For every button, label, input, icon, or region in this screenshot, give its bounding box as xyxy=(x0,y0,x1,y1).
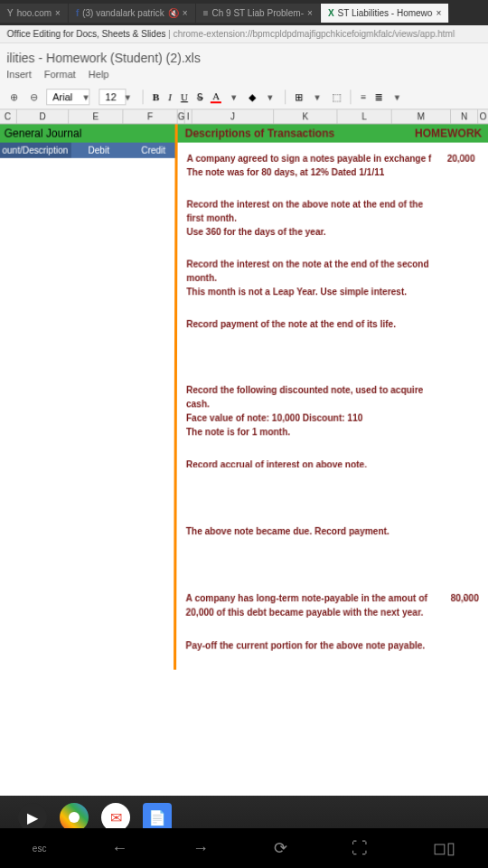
browser-tab[interactable]: f (3) vandalark patrick 🔇 × xyxy=(69,3,195,22)
transaction-line: Record the following discounted note, us… xyxy=(186,383,483,411)
close-icon[interactable]: × xyxy=(436,7,441,17)
transaction-text: Use 360 for the days of the year. xyxy=(186,225,436,239)
transaction-line: The note was for 80 days, at 12% Dated 1… xyxy=(187,165,481,179)
esc-key[interactable]: esc xyxy=(33,844,47,854)
tab-favicon: Y xyxy=(7,7,14,17)
strikethrough-button[interactable]: S̶ xyxy=(195,91,205,103)
column-header[interactable]: L xyxy=(337,109,391,123)
toolbar: ⊕ ⊖ Arial ▾ 12 ▾ B I U S̶ A ▾ ◆ ▾ ⊞ ▾ ⬚ … xyxy=(0,85,488,109)
tab-favicon: f xyxy=(76,7,79,17)
column-header[interactable]: E xyxy=(69,109,123,123)
menu-format[interactable]: Format xyxy=(44,69,76,80)
transaction-amount xyxy=(436,410,483,424)
transaction-amount xyxy=(437,524,483,539)
transaction-amount xyxy=(436,425,483,439)
transaction-amount xyxy=(436,197,482,224)
transaction-text: Record the interest on the note at the e… xyxy=(186,257,436,285)
transaction-block: Record the following discounted note, us… xyxy=(177,377,488,451)
tab-label: hoo.com xyxy=(17,7,52,17)
transaction-block: The above note became due. Record paymen… xyxy=(176,518,488,585)
chevron-down-icon[interactable]: ▾ xyxy=(227,90,241,104)
column-header[interactable]: C xyxy=(0,109,17,123)
journal-body[interactable] xyxy=(0,158,178,670)
extension-title: Office Editing for Docs, Sheets & Slides xyxy=(7,29,166,39)
column-header[interactable]: G xyxy=(178,109,185,123)
column-header[interactable]: M xyxy=(392,109,451,123)
transaction-amount xyxy=(435,165,480,179)
bold-button[interactable]: B xyxy=(151,91,161,102)
refresh-button[interactable]: ⟳ xyxy=(274,838,287,858)
journal-subheader: ount/Description Debit Credit xyxy=(0,143,178,158)
chevron-down-icon[interactable]: ▾ xyxy=(263,90,277,104)
chevron-down-icon[interactable]: ▾ xyxy=(310,90,324,104)
transaction-line: Record the interest on the above note at… xyxy=(186,197,481,224)
italic-button[interactable]: I xyxy=(166,91,174,102)
back-button[interactable]: ← xyxy=(111,839,127,858)
transactions-body[interactable]: A company agreed to sign a notes payable… xyxy=(176,143,488,670)
transaction-line: A company agreed to sign a notes payable… xyxy=(187,152,481,165)
transaction-block: A company has long-term note-payable in … xyxy=(176,585,488,632)
menu-help[interactable]: Help xyxy=(89,69,109,80)
chevron-down-icon[interactable]: ▾ xyxy=(79,90,93,104)
menu-bar: Insert Format Help xyxy=(0,67,488,85)
column-header[interactable]: O xyxy=(478,109,488,123)
transaction-line: A company has long-term note-payable in … xyxy=(186,591,485,606)
borders-button[interactable]: ⊞ xyxy=(293,91,305,103)
forward-button[interactable]: → xyxy=(192,839,209,858)
close-icon[interactable]: × xyxy=(307,7,313,17)
column-header[interactable]: F xyxy=(123,109,177,123)
chevron-down-icon[interactable]: ▾ xyxy=(121,90,136,104)
column-header[interactable]: J xyxy=(192,109,274,123)
browser-tab-bar: Y hoo.com × f (3) vandalark patrick 🔇 × … xyxy=(0,0,488,25)
transactions-title: Descriptions of Transactions xyxy=(185,127,335,139)
tab-favicon: ≡ xyxy=(203,7,209,17)
transaction-line: The above note became due. Record paymen… xyxy=(186,524,484,539)
column-header[interactable]: I xyxy=(185,109,192,123)
transaction-text: Record the following discounted note, us… xyxy=(186,383,436,411)
transaction-text: Record the interest on the above note at… xyxy=(186,197,435,224)
menu-insert[interactable]: Insert xyxy=(6,69,32,80)
separator xyxy=(143,90,144,104)
transaction-text: Pay-off the current portion for the abov… xyxy=(185,638,438,653)
browser-tab-active[interactable]: X ST Liabilities - Homewo × xyxy=(321,3,449,22)
transaction-amount: 20,000 xyxy=(435,152,480,165)
transactions-header: Descriptions of Transactions HOMEWORK xyxy=(178,124,488,142)
col-description: ount/Description xyxy=(0,143,71,158)
fullscreen-button[interactable]: ⛶ xyxy=(352,839,368,858)
column-header[interactable]: N xyxy=(451,109,478,123)
column-header[interactable]: D xyxy=(17,109,69,123)
browser-tab[interactable]: ≡ Ch 9 ST Liab Problem- × xyxy=(196,3,320,22)
transaction-text: A company has long-term note-payable in … xyxy=(186,591,438,606)
zoom-in-icon[interactable]: ⊕ xyxy=(6,90,21,104)
transaction-line: Pay-off the current portion for the abov… xyxy=(185,638,484,653)
align-button[interactable]: ≡ xyxy=(359,91,368,102)
zoom-out-icon[interactable]: ⊖ xyxy=(26,90,41,104)
column-header[interactable]: K xyxy=(274,109,337,123)
fill-color-button[interactable]: ◆ xyxy=(247,91,258,103)
spreadsheet-area[interactable]: CDEFGIJKLMNO General Journal ount/Descri… xyxy=(0,109,488,820)
transaction-amount xyxy=(437,458,483,472)
transaction-line: Use 360 for the days of the year. xyxy=(186,225,481,239)
close-icon[interactable]: × xyxy=(55,7,61,17)
text-color-button[interactable]: A xyxy=(211,90,221,103)
transaction-block: Record the interest on the above note at… xyxy=(177,192,488,251)
transaction-amount xyxy=(436,317,483,331)
separator xyxy=(285,90,286,104)
transaction-block: Record payment of the note at the end of… xyxy=(177,312,488,378)
column-headers: CDEFGIJKLMNO xyxy=(0,109,488,124)
col-credit: Credit xyxy=(126,143,180,158)
underline-button[interactable]: U xyxy=(179,91,190,102)
extension-bar: Office Editing for Docs, Sheets & Slides… xyxy=(0,25,488,43)
close-icon[interactable]: × xyxy=(183,7,188,17)
overview-button[interactable]: ◻▯ xyxy=(433,838,455,858)
transaction-amount xyxy=(436,285,482,298)
chevron-down-icon[interactable]: ▾ xyxy=(390,90,405,104)
transaction-amount xyxy=(436,257,482,285)
close-icon[interactable]: 🔇 xyxy=(168,7,179,17)
valign-button[interactable]: ≣ xyxy=(373,91,385,103)
tab-label: (3) vandalark patrick xyxy=(82,7,164,17)
transaction-text: Face value of note: 10,000 Discount: 110 xyxy=(186,410,436,424)
browser-tab[interactable]: Y hoo.com × xyxy=(0,3,68,22)
merge-button[interactable]: ⬚ xyxy=(331,91,343,103)
transaction-text: This month is not a Leap Year. Use simpl… xyxy=(186,285,436,298)
